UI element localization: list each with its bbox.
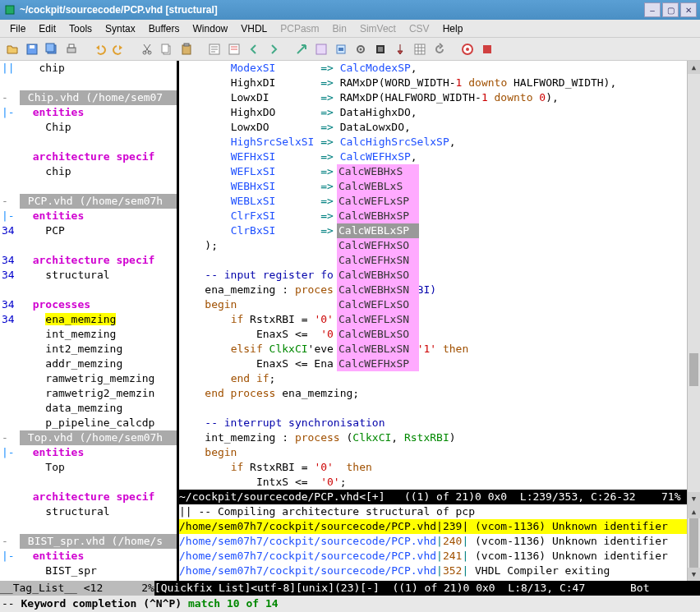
completion-item[interactable]: CalcWEFLxSN	[337, 312, 419, 327]
fold-gutter[interactable]: || - |- - |- 34 34 34 34 34 - |- - |-	[0, 61, 20, 581]
svg-rect-21	[378, 47, 383, 52]
command-line[interactable]: -- Keyword completion (^N^P) match 10 of…	[0, 596, 700, 612]
tag-int2-memzing[interactable]: int2_memzing	[20, 342, 177, 357]
menu-window[interactable]: Window	[187, 21, 235, 36]
svg-point-24	[466, 48, 469, 51]
menu-csv[interactable]: CSV	[403, 21, 436, 36]
completion-item[interactable]: CalcWEFHxSP	[337, 357, 419, 371]
svg-rect-25	[483, 45, 491, 53]
completion-item[interactable]: CalcWEFLxSP	[337, 194, 419, 209]
menu-buffers[interactable]: Buffers	[142, 21, 187, 36]
film-icon[interactable]	[371, 40, 389, 58]
pin-icon[interactable]	[391, 40, 409, 58]
gear-icon[interactable]	[352, 40, 370, 58]
editor-area: || - |- - |- 34 34 34 34 34 - |- - |- ch…	[0, 61, 700, 581]
code-editor[interactable]: ModexSI => CalcModexSP, HighxDI => RAMxD…	[179, 61, 687, 581]
quickfix-window[interactable]: || -- Compiling architecture structural …	[179, 504, 687, 581]
completion-item[interactable]: CalcWEBHxSP	[337, 209, 419, 223]
maximize-button[interactable]: ▢	[662, 2, 679, 17]
qf-line-selected[interactable]: /home/sem07h7/cockpit/sourcecode/PCP.vhd…	[179, 519, 687, 534]
tag-ramwetrig[interactable]: ramwetrig_memzing	[20, 371, 177, 386]
make-icon[interactable]	[332, 40, 350, 58]
menu-simvect[interactable]: SimVect	[353, 21, 403, 36]
open-icon[interactable]	[3, 40, 21, 58]
completion-item[interactable]: CalcWEFHxSN	[337, 253, 419, 268]
tag-pipeline[interactable]: p_pipeline_calcdp	[20, 416, 177, 430]
toolbar	[0, 38, 700, 61]
svg-rect-17	[338, 48, 343, 51]
svg-rect-4	[46, 44, 54, 52]
completion-item[interactable]: CalcWEBLxS	[337, 179, 419, 194]
svg-rect-6	[69, 44, 74, 48]
tag-int-memzing[interactable]: int_memzing	[20, 327, 177, 342]
menu-edit[interactable]: Edit	[32, 21, 62, 36]
scroll-down-icon[interactable]: ▼	[688, 492, 700, 505]
file-header-chip[interactable]: Chip.vhd (/home/sem07	[20, 90, 177, 105]
menu-file[interactable]: File	[3, 21, 32, 36]
backref-icon[interactable]	[431, 40, 449, 58]
svg-rect-10	[162, 44, 168, 53]
scroll-down-icon[interactable]: ▼	[688, 568, 700, 581]
close-button[interactable]: ✕	[680, 2, 697, 17]
menu-tools[interactable]: Tools	[62, 21, 99, 36]
svg-rect-0	[6, 6, 14, 14]
scroll-up-icon[interactable]: ▲	[688, 505, 700, 518]
window-title: ~/cockpit/sourcecode/PCP.vhd [structural…	[20, 4, 644, 16]
svg-rect-2	[30, 45, 35, 48]
help-icon[interactable]	[458, 40, 477, 58]
scroll-up-icon[interactable]: ▲	[688, 61, 700, 74]
completion-item-selected[interactable]: CalcWEBLxSP	[337, 223, 419, 238]
file-header-bist[interactable]: BIST_spr.vhd (/home/s	[20, 534, 177, 549]
completion-item[interactable]: CalcWEBLxSN	[337, 342, 419, 357]
qf-line[interactable]: || -- Compiling architecture structural …	[179, 504, 687, 519]
completion-item[interactable]: CalcWEBHxS	[337, 164, 419, 179]
window-buttons: – ▢ ✕	[644, 2, 697, 17]
paste-icon[interactable]	[177, 40, 196, 58]
qf-line[interactable]: /home/sem07h7/cockpit/sourcecode/PCP.vhd…	[179, 564, 687, 578]
tag-ramwetrig2[interactable]: ramwetrig2_memzin	[20, 386, 177, 401]
saveall-icon[interactable]	[43, 40, 61, 58]
tag-addr-memzing[interactable]: addr_memzing	[20, 357, 177, 371]
taglist-sidebar[interactable]: chip Chip.vhd (/home/sem07 entities Chip…	[20, 61, 179, 581]
next-icon[interactable]	[265, 40, 283, 58]
completion-item[interactable]: CalcWEBLxSO	[337, 327, 419, 342]
menu-help[interactable]: Help	[436, 21, 470, 36]
print-icon[interactable]	[62, 40, 81, 58]
prev-icon[interactable]	[245, 40, 263, 58]
replace-icon[interactable]	[225, 40, 243, 58]
qf-line[interactable]: /home/sem07h7/cockpit/sourcecode/PCP.vhd…	[179, 534, 687, 549]
menu-syntax[interactable]: Syntax	[99, 21, 142, 36]
completion-item[interactable]: CalcWEFLxSO	[337, 297, 419, 312]
completion-item[interactable]: CalcWEFHxSO	[337, 238, 419, 253]
completion-item[interactable]: CalcWEBHxSO	[337, 268, 419, 283]
qf-line[interactable]: /home/sem07h7/cockpit/sourcecode/PCP.vhd…	[179, 549, 687, 564]
scrollbar[interactable]: ▲ ▼ ▲ ▼	[687, 61, 700, 581]
copy-icon[interactable]	[158, 40, 176, 58]
qf-line[interactable]: || gmake: *** [/home/sem07h7/cockpit/mod…	[179, 578, 687, 581]
menu-bin[interactable]: Bin	[326, 21, 353, 36]
tag-ena-memzing[interactable]: ena_memzing	[20, 312, 177, 327]
redo-icon[interactable]	[110, 40, 128, 58]
tag-data-memzing[interactable]: data_memzing	[20, 401, 177, 416]
find-icon[interactable]	[205, 40, 223, 58]
completion-item[interactable]: CalcWEBHxSN	[337, 283, 419, 297]
minimize-button[interactable]: –	[644, 2, 661, 17]
cut-icon[interactable]	[138, 40, 156, 58]
completion-popup[interactable]: CalcWEBHxS CalcWEBLxS CalcWEFLxSP CalcWE…	[337, 164, 419, 371]
undo-icon[interactable]	[90, 40, 108, 58]
grid-icon[interactable]	[411, 40, 429, 58]
svg-rect-11	[182, 45, 191, 54]
menu-pcpasm[interactable]: PCPasm	[274, 21, 325, 36]
statusline-main: ~/cockpit/sourcecode/PCP.vhd<[+] ((1) of…	[179, 490, 687, 504]
tags-icon[interactable]	[312, 40, 330, 58]
stop-icon[interactable]	[478, 40, 496, 58]
file-header-pcp[interactable]: PCP.vhd (/home/sem07h	[20, 194, 177, 209]
titlebar: ~/cockpit/sourcecode/PCP.vhd [structural…	[0, 0, 700, 20]
menubar: File Edit Tools Syntax Buffers Window VH…	[0, 20, 700, 38]
svg-rect-12	[184, 44, 189, 46]
file-header-top[interactable]: Top.vhd (/home/sem07h	[20, 430, 177, 445]
jump-icon[interactable]	[292, 40, 311, 58]
save-icon[interactable]	[23, 40, 41, 58]
menu-vhdl[interactable]: VHDL	[234, 21, 274, 36]
app-icon	[3, 3, 16, 16]
